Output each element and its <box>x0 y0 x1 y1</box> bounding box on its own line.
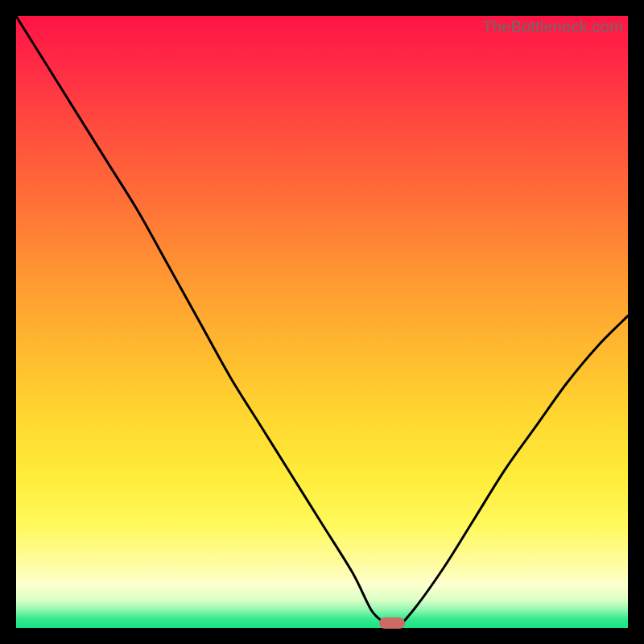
optimal-marker <box>379 617 405 629</box>
curve-path <box>16 16 628 629</box>
bottleneck-curve <box>16 16 628 628</box>
plot-area: TheBottleneck.com <box>16 16 628 628</box>
chart-frame: TheBottleneck.com <box>0 0 644 644</box>
